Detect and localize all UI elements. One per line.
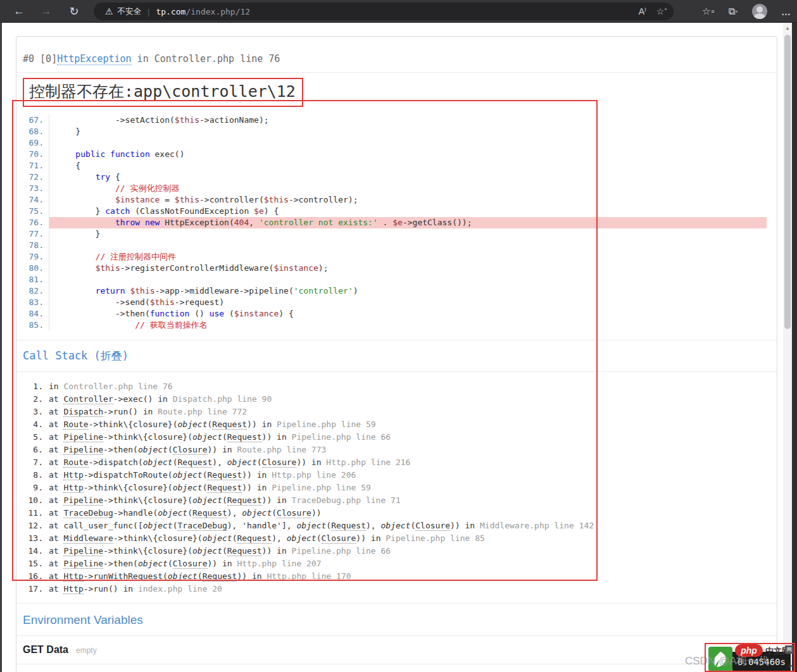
favorites-icon[interactable]: ☆≡ bbox=[702, 6, 715, 17]
code-line: 76. throw new HttpException(404, 'contro… bbox=[16, 217, 767, 228]
stack-entry: 3.at Dispatch->run() in Route.php line 7… bbox=[23, 406, 767, 418]
stack-entry-number: 8. bbox=[23, 469, 43, 482]
code-line: 67. ->setAction($this->actionName); bbox=[16, 115, 767, 126]
back-icon[interactable]: ← bbox=[11, 3, 27, 20]
code-line: 70. public function exec() bbox=[16, 149, 767, 160]
stack-entry-number: 17. bbox=[23, 583, 43, 595]
code-line-number: 71. bbox=[16, 160, 49, 171]
call-stack-list: 1.in Controller.php line 762.at Controll… bbox=[16, 372, 777, 603]
stack-entry: 10.at Pipeline->think\{closure}(object(R… bbox=[23, 494, 767, 507]
stack-entry-number: 10. bbox=[23, 494, 43, 507]
stack-entry: 15.at Pipeline->then(object(Closure)) in… bbox=[23, 557, 767, 570]
stack-entry-number: 15. bbox=[23, 557, 43, 570]
code-line-number: 72. bbox=[16, 171, 49, 183]
stack-entry-number: 12. bbox=[23, 520, 43, 532]
code-line-number: 75. bbox=[16, 206, 49, 217]
not-secure-warning-icon: ⚠ bbox=[105, 6, 113, 16]
get-data-empty-badge: empty bbox=[76, 646, 97, 655]
url-host[interactable]: tp.com bbox=[156, 7, 185, 16]
collections-icon[interactable]: ⧉+ bbox=[729, 6, 738, 17]
code-line: 73. // 实例化控制器 bbox=[16, 183, 767, 194]
not-secure-label[interactable]: 不安全 bbox=[118, 6, 142, 17]
stack-entry: 11.at TraceDebug->handle(object(Request)… bbox=[23, 507, 767, 520]
avatar-icon bbox=[752, 4, 767, 19]
code-line: 71. { bbox=[16, 160, 767, 171]
source-code-list: 67. ->setAction($this->actionName);68. }… bbox=[16, 115, 777, 331]
code-line: 72. try { bbox=[16, 171, 767, 183]
code-line-number: 81. bbox=[16, 274, 49, 285]
stack-entry: 13.at Middleware->think\{closure}(object… bbox=[23, 532, 767, 545]
browser-toolbar: ← → ↻ ⚠ 不安全 | tp.com /index.php/12 A) ☆+… bbox=[0, 0, 797, 23]
code-line-number: 84. bbox=[16, 308, 49, 320]
error-message-row: 控制器不存在:app\controller\12 bbox=[16, 73, 777, 111]
code-line-number: 83. bbox=[16, 297, 49, 308]
stack-entry-number: 4. bbox=[23, 418, 43, 431]
stack-entry-number: 11. bbox=[23, 507, 43, 520]
exception-container: #0 [0]HttpException in Controller.php li… bbox=[16, 36, 777, 672]
window-left-edge bbox=[0, 23, 2, 672]
post-data-row: POST Data empty bbox=[16, 664, 777, 672]
get-data-label: GET Data bbox=[23, 644, 68, 656]
code-line: 68. } bbox=[16, 126, 767, 137]
code-line-number: 80. bbox=[16, 263, 49, 274]
add-favorite-icon[interactable]: ☆+ bbox=[656, 6, 667, 16]
stack-entry: 14.at Pipeline->think\{closure}(object(R… bbox=[23, 545, 767, 557]
code-line: 80. $this->registerControllerMiddleware(… bbox=[16, 263, 767, 274]
address-separator: | bbox=[147, 7, 149, 16]
stack-entry-number: 2. bbox=[23, 393, 43, 406]
settings-more-icon[interactable]: … bbox=[781, 6, 791, 17]
stack-entry: 12.at call_user_func([object(TraceDebug)… bbox=[23, 520, 767, 532]
stack-entry: 5.at Pipeline->think\{closure}(object(Re… bbox=[23, 431, 767, 444]
url-path[interactable]: /index.php/12 bbox=[185, 7, 250, 16]
stack-entry-number: 3. bbox=[23, 406, 43, 418]
code-line-number: 69. bbox=[16, 137, 49, 149]
refresh-icon[interactable]: ↻ bbox=[66, 3, 82, 20]
code-line: 83. ->send($this->request) bbox=[16, 297, 767, 308]
csdn-watermark: CSDN @A梅一代 bbox=[685, 654, 769, 668]
stack-entry: 2.at Controller->exec() in Dispatch.php … bbox=[23, 393, 767, 406]
stack-entry-number: 1. bbox=[23, 380, 43, 393]
forward-icon[interactable]: → bbox=[38, 3, 54, 20]
php-cn-mini-icon: 网 bbox=[785, 645, 793, 654]
code-line: 69. bbox=[16, 137, 767, 149]
code-line-number: 77. bbox=[16, 228, 49, 240]
code-line-number: 79. bbox=[16, 251, 49, 263]
stack-entry-number: 6. bbox=[23, 444, 43, 456]
scrollbar-thumb[interactable] bbox=[784, 35, 791, 329]
code-line-number: 74. bbox=[16, 194, 49, 206]
stack-entry: 1.in Controller.php line 76 bbox=[23, 380, 767, 393]
stack-entry-number: 9. bbox=[23, 482, 43, 494]
trace-prefix: #0 [0] bbox=[23, 53, 57, 65]
environment-variables-title[interactable]: Environment Variables bbox=[16, 604, 777, 636]
stack-entry: 7.at Route->dispatch(object(Request), ob… bbox=[23, 456, 767, 469]
profile-avatar[interactable] bbox=[752, 4, 767, 19]
code-line: 74. $instance = $this->controller($this-… bbox=[16, 194, 767, 206]
scrollbar-up-icon[interactable]: ▲ bbox=[783, 25, 792, 31]
address-bar[interactable]: ⚠ 不安全 | tp.com /index.php/12 A) ☆+ bbox=[94, 3, 674, 20]
code-line: 85. // 获取当前操作名 bbox=[16, 320, 767, 331]
exception-class-link[interactable]: HttpException bbox=[57, 53, 131, 65]
code-line-number: 82. bbox=[16, 285, 49, 297]
code-line: 79. // 注册控制器中间件 bbox=[16, 251, 767, 263]
code-line: 77. } bbox=[16, 228, 767, 240]
stack-entry: 8.at Http->dispatchToRoute(object(Reques… bbox=[23, 469, 767, 482]
stack-entry-number: 7. bbox=[23, 456, 43, 469]
stack-entry-number: 16. bbox=[23, 570, 43, 583]
call-stack-title[interactable]: Call Stack (折叠) bbox=[16, 340, 777, 372]
error-page: ▲ #0 [0]HttpException in Controller.php … bbox=[0, 23, 797, 672]
code-line-number: 78. bbox=[16, 240, 49, 251]
stack-entry: 9.at Http->think\{closure}(object(Reques… bbox=[23, 482, 767, 494]
code-line: 84. ->then(function () use ($instance) { bbox=[16, 308, 767, 320]
code-line-number: 85. bbox=[16, 320, 49, 331]
exception-trace-title: #0 [0]HttpException in Controller.php li… bbox=[16, 37, 777, 73]
stack-entry: 4.at Route->think\{closure}(object(Reque… bbox=[23, 418, 767, 431]
get-data-row: GET Data empty bbox=[16, 636, 777, 664]
code-line-number: 68. bbox=[16, 126, 49, 137]
code-line-number: 73. bbox=[16, 183, 49, 194]
error-message-annotation-box: 控制器不存在:app\controller\12 bbox=[23, 78, 303, 107]
code-line: 75. } catch (ClassNotFoundException $e) … bbox=[16, 206, 767, 217]
stack-entry-number: 13. bbox=[23, 532, 43, 545]
stack-entry: 17.at Http->run() in index.php line 20 bbox=[23, 583, 767, 595]
read-aloud-icon[interactable]: A) bbox=[639, 6, 646, 16]
widget-collapse-icon[interactable]: ▼ bbox=[787, 663, 793, 670]
